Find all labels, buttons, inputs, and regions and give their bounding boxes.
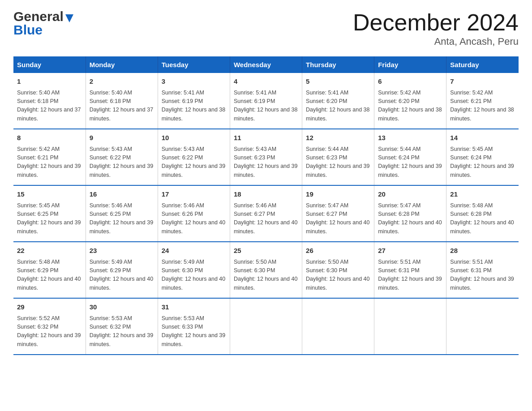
day-info: Sunrise: 5:40 AMSunset: 6:18 PMDaylight:… [90, 89, 154, 124]
day-info: Sunrise: 5:53 AMSunset: 6:33 PMDaylight:… [162, 314, 226, 349]
day-number: 27 [378, 246, 442, 256]
day-number: 10 [162, 133, 226, 143]
calendar-cell [230, 298, 302, 355]
calendar-cell: 30Sunrise: 5:53 AMSunset: 6:32 PMDayligh… [86, 298, 158, 355]
day-info: Sunrise: 5:40 AMSunset: 6:18 PMDaylight:… [17, 89, 82, 124]
calendar-cell: 20Sunrise: 5:47 AMSunset: 6:28 PMDayligh… [374, 185, 446, 242]
col-header-monday: Monday [86, 56, 158, 73]
calendar-cell: 3Sunrise: 5:41 AMSunset: 6:19 PMDaylight… [158, 73, 230, 129]
calendar-cell: 13Sunrise: 5:44 AMSunset: 6:24 PMDayligh… [374, 129, 446, 185]
day-number: 5 [306, 77, 370, 87]
day-number: 21 [450, 189, 515, 200]
day-info: Sunrise: 5:49 AMSunset: 6:30 PMDaylight:… [162, 258, 226, 293]
calendar-cell: 12Sunrise: 5:44 AMSunset: 6:23 PMDayligh… [302, 129, 374, 185]
day-number: 24 [162, 246, 226, 256]
logo-blue-text: Blue [13, 22, 73, 38]
day-number: 14 [450, 133, 515, 143]
day-info: Sunrise: 5:48 AMSunset: 6:29 PMDaylight:… [17, 258, 82, 293]
day-info: Sunrise: 5:46 AMSunset: 6:27 PMDaylight:… [234, 201, 298, 236]
day-info: Sunrise: 5:47 AMSunset: 6:27 PMDaylight:… [306, 201, 370, 236]
day-info: Sunrise: 5:42 AMSunset: 6:20 PMDaylight:… [378, 89, 442, 124]
col-header-wednesday: Wednesday [230, 56, 302, 73]
day-info: Sunrise: 5:41 AMSunset: 6:20 PMDaylight:… [306, 89, 370, 124]
calendar-subtitle: Anta, Ancash, Peru [353, 36, 519, 47]
calendar-cell: 29Sunrise: 5:52 AMSunset: 6:32 PMDayligh… [13, 298, 86, 355]
day-info: Sunrise: 5:51 AMSunset: 6:31 PMDaylight:… [378, 258, 442, 293]
day-number: 26 [306, 246, 370, 256]
calendar-week-3: 15Sunrise: 5:45 AMSunset: 6:25 PMDayligh… [13, 185, 519, 242]
calendar-cell: 2Sunrise: 5:40 AMSunset: 6:18 PMDaylight… [86, 73, 158, 129]
calendar-cell [446, 298, 519, 355]
day-number: 20 [378, 189, 442, 200]
day-info: Sunrise: 5:42 AMSunset: 6:21 PMDaylight:… [17, 145, 82, 180]
calendar-cell: 6Sunrise: 5:42 AMSunset: 6:20 PMDaylight… [374, 73, 446, 129]
calendar-title: December 2024 [353, 9, 519, 36]
title-block: December 2024 Anta, Ancash, Peru [353, 9, 519, 47]
calendar-cell: 16Sunrise: 5:46 AMSunset: 6:25 PMDayligh… [86, 185, 158, 242]
calendar-cell: 15Sunrise: 5:45 AMSunset: 6:25 PMDayligh… [13, 185, 86, 242]
day-number: 17 [162, 189, 226, 200]
day-number: 12 [306, 133, 370, 143]
day-number: 7 [450, 77, 515, 87]
calendar-cell: 10Sunrise: 5:43 AMSunset: 6:22 PMDayligh… [158, 129, 230, 185]
col-header-sunday: Sunday [13, 56, 86, 73]
calendar-cell: 1Sunrise: 5:40 AMSunset: 6:18 PMDaylight… [13, 73, 86, 129]
calendar-table: SundayMondayTuesdayWednesdayThursdayFrid… [13, 56, 519, 355]
calendar-cell: 31Sunrise: 5:53 AMSunset: 6:33 PMDayligh… [158, 298, 230, 355]
calendar-cell: 9Sunrise: 5:43 AMSunset: 6:22 PMDaylight… [86, 129, 158, 185]
calendar-cell: 27Sunrise: 5:51 AMSunset: 6:31 PMDayligh… [374, 242, 446, 298]
day-number: 2 [90, 77, 154, 87]
day-info: Sunrise: 5:43 AMSunset: 6:22 PMDaylight:… [90, 145, 154, 180]
day-number: 15 [17, 189, 82, 200]
calendar-cell [374, 298, 446, 355]
logo-triangle-icon [65, 14, 73, 22]
day-info: Sunrise: 5:43 AMSunset: 6:22 PMDaylight:… [162, 145, 226, 180]
calendar-cell: 23Sunrise: 5:49 AMSunset: 6:29 PMDayligh… [86, 242, 158, 298]
day-info: Sunrise: 5:47 AMSunset: 6:28 PMDaylight:… [378, 201, 442, 236]
day-info: Sunrise: 5:44 AMSunset: 6:24 PMDaylight:… [378, 145, 442, 180]
day-info: Sunrise: 5:53 AMSunset: 6:32 PMDaylight:… [90, 314, 154, 349]
day-number: 23 [90, 246, 154, 256]
day-number: 25 [234, 246, 298, 256]
calendar-header-row: SundayMondayTuesdayWednesdayThursdayFrid… [13, 56, 519, 73]
calendar-cell: 5Sunrise: 5:41 AMSunset: 6:20 PMDaylight… [302, 73, 374, 129]
day-number: 6 [378, 77, 442, 87]
day-info: Sunrise: 5:46 AMSunset: 6:26 PMDaylight:… [162, 201, 226, 236]
calendar-cell: 25Sunrise: 5:50 AMSunset: 6:30 PMDayligh… [230, 242, 302, 298]
day-info: Sunrise: 5:46 AMSunset: 6:25 PMDaylight:… [90, 201, 154, 236]
calendar-cell: 7Sunrise: 5:42 AMSunset: 6:21 PMDaylight… [446, 73, 519, 129]
day-info: Sunrise: 5:45 AMSunset: 6:25 PMDaylight:… [17, 201, 82, 236]
calendar-cell: 24Sunrise: 5:49 AMSunset: 6:30 PMDayligh… [158, 242, 230, 298]
calendar-cell: 17Sunrise: 5:46 AMSunset: 6:26 PMDayligh… [158, 185, 230, 242]
day-number: 9 [90, 133, 154, 143]
day-number: 13 [378, 133, 442, 143]
calendar-cell: 14Sunrise: 5:45 AMSunset: 6:24 PMDayligh… [446, 129, 519, 185]
day-number: 11 [234, 133, 298, 143]
day-number: 19 [306, 189, 370, 200]
day-info: Sunrise: 5:41 AMSunset: 6:19 PMDaylight:… [162, 89, 226, 124]
day-number: 8 [17, 133, 82, 143]
logo-general-text: General [13, 9, 64, 24]
day-number: 28 [450, 246, 515, 256]
day-number: 4 [234, 77, 298, 87]
day-info: Sunrise: 5:49 AMSunset: 6:29 PMDaylight:… [90, 258, 154, 293]
day-number: 3 [162, 77, 226, 87]
day-number: 22 [17, 246, 82, 256]
logo: General Blue [13, 9, 73, 38]
calendar-cell: 19Sunrise: 5:47 AMSunset: 6:27 PMDayligh… [302, 185, 374, 242]
calendar-cell: 28Sunrise: 5:51 AMSunset: 6:31 PMDayligh… [446, 242, 519, 298]
day-info: Sunrise: 5:50 AMSunset: 6:30 PMDaylight:… [234, 258, 298, 293]
day-number: 1 [17, 77, 82, 87]
day-info: Sunrise: 5:52 AMSunset: 6:32 PMDaylight:… [17, 314, 82, 349]
calendar-cell: 26Sunrise: 5:50 AMSunset: 6:30 PMDayligh… [302, 242, 374, 298]
day-number: 30 [90, 302, 154, 313]
calendar-cell: 22Sunrise: 5:48 AMSunset: 6:29 PMDayligh… [13, 242, 86, 298]
day-info: Sunrise: 5:51 AMSunset: 6:31 PMDaylight:… [450, 258, 515, 293]
day-info: Sunrise: 5:50 AMSunset: 6:30 PMDaylight:… [306, 258, 370, 293]
col-header-friday: Friday [374, 56, 446, 73]
col-header-saturday: Saturday [446, 56, 519, 73]
day-info: Sunrise: 5:48 AMSunset: 6:28 PMDaylight:… [450, 201, 515, 236]
calendar-cell: 8Sunrise: 5:42 AMSunset: 6:21 PMDaylight… [13, 129, 86, 185]
day-number: 16 [90, 189, 154, 200]
day-number: 29 [17, 302, 82, 313]
